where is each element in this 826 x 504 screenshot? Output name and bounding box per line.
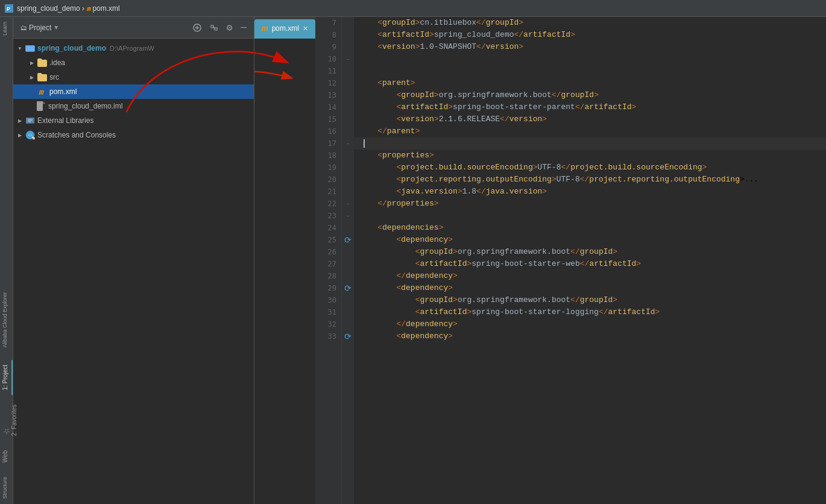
gutter-item: – xyxy=(342,210,354,222)
code-line[interactable]: <properties> xyxy=(354,150,826,162)
line-number: 19 xyxy=(315,162,341,174)
tree-item-idea[interactable]: ▶ .idea xyxy=(13,55,254,70)
code-line[interactable]: <project.reporting.outputEncoding>UTF-8<… xyxy=(354,174,826,186)
fold-marker[interactable]: – xyxy=(346,213,350,219)
tree-item-iml[interactable]: spring_cloud_demo.iml xyxy=(13,99,254,113)
code-line[interactable] xyxy=(354,53,826,65)
code-line[interactable]: <artifactId>spring-boot-starter-logging<… xyxy=(354,306,826,318)
line-number: 16 xyxy=(315,125,341,137)
gutter-item xyxy=(342,150,354,162)
code-line[interactable]: <dependencies> xyxy=(354,222,826,234)
tree-item-src[interactable]: ▶ src xyxy=(13,70,254,84)
minimize-btn[interactable]: — xyxy=(238,21,249,34)
commit-marker: ⟳ xyxy=(344,332,352,342)
code-line[interactable]: <artifactId>spring_cloud_demo</artifactI… xyxy=(354,29,826,41)
line-number: 9 xyxy=(315,41,341,53)
code-line[interactable]: </dependency> xyxy=(354,270,826,282)
gutter-item xyxy=(342,306,354,318)
idea-label: .idea xyxy=(49,58,65,67)
tab-pom[interactable]: m pom.xml ✕ xyxy=(254,19,315,37)
line-number: 14 xyxy=(315,101,341,113)
commit-marker: ⟳ xyxy=(344,235,352,245)
tree-arrow-scratches: ▶ xyxy=(16,131,24,139)
fold-marker[interactable]: – xyxy=(346,56,350,63)
project-dropdown-btn[interactable]: 🗂 Project ▼ xyxy=(18,22,61,33)
code-line[interactable]: <groupId>cn.itbluebox</groupId> xyxy=(354,17,826,29)
scroll-from-source-btn[interactable] xyxy=(207,22,221,33)
code-line[interactable]: <artifactId>spring-boot-starter-web</art… xyxy=(354,258,826,270)
code-line[interactable]: <java.version>1.8</java.version> xyxy=(354,186,826,198)
title-bar-text: spring_cloud_demo › m pom.xml xyxy=(17,4,120,13)
gutter-item xyxy=(342,186,354,198)
project-panel: 🗂 Project ▼ ⚙ — xyxy=(13,17,254,504)
folder-icon-src xyxy=(37,72,47,82)
line-number: 11 xyxy=(315,65,341,77)
code-line[interactable]: </dependency> xyxy=(354,318,826,330)
code-line[interactable]: </properties> xyxy=(354,198,826,210)
tab-close-btn[interactable]: ✕ xyxy=(303,25,308,33)
code-line[interactable]: <version>2.1.6.RELEASE</version> xyxy=(354,113,826,125)
line-number: 29 xyxy=(315,282,341,294)
code-line[interactable]: </parent> xyxy=(354,125,826,137)
file-icon-iml xyxy=(36,101,46,111)
gutter-item xyxy=(342,318,354,330)
sidebar-item-favorites[interactable]: ☆ 2: Favorites xyxy=(0,400,13,441)
svg-text:P: P xyxy=(7,6,10,12)
code-line[interactable] xyxy=(354,137,826,150)
root-label: spring_cloud_demo xyxy=(37,44,106,52)
gutter-item xyxy=(342,270,354,282)
code-line[interactable]: <version>1.0-SNAPSHOT</version> xyxy=(354,41,826,53)
tree-arrow-idea: ▶ xyxy=(28,58,36,67)
gutter-item xyxy=(342,17,354,29)
line-number: 10 xyxy=(315,53,341,65)
tree-item-root[interactable]: ▼ spring_cloud_demo D:\AProgramW xyxy=(13,41,254,55)
line-number: 25 xyxy=(315,234,341,246)
gutter-item: – xyxy=(342,137,354,150)
svg-rect-8 xyxy=(37,101,43,111)
add-btn[interactable] xyxy=(191,22,204,33)
sidebar-item-learn[interactable]: Learn xyxy=(0,17,13,40)
code-line[interactable] xyxy=(354,65,826,77)
tree-item-pom[interactable]: m pom.xml xyxy=(13,84,254,99)
gutter-item xyxy=(342,65,354,77)
line-number: 22 xyxy=(315,198,341,210)
line-number: 21 xyxy=(315,186,341,198)
code-line[interactable]: <artifactId>spring-boot-starter-parent</… xyxy=(354,101,826,113)
editor-area[interactable]: 7891011121314151617181920212223242526272… xyxy=(315,17,826,504)
settings-btn[interactable]: ⚙ xyxy=(224,20,235,35)
line-number: 12 xyxy=(315,77,341,89)
gutter-item xyxy=(342,162,354,174)
extlibs-icon xyxy=(25,116,35,125)
fold-marker[interactable]: – xyxy=(346,140,350,147)
sidebar-item-alibaba[interactable]: Alibaba Cloud Explorer xyxy=(0,40,13,360)
sidebar-item-structure[interactable]: Structure xyxy=(0,472,13,504)
gutter-item xyxy=(342,29,354,41)
fold-marker[interactable]: – xyxy=(346,201,350,207)
code-line[interactable]: <dependency> xyxy=(354,330,826,342)
code-line[interactable] xyxy=(354,210,826,222)
sidebar-item-web[interactable]: Web xyxy=(0,446,13,467)
code-line[interactable]: <project.build.sourceEncoding>UTF-8</pro… xyxy=(354,162,826,174)
code-content[interactable]: <groupId>cn.itbluebox</groupId> <artifac… xyxy=(354,17,826,504)
code-line[interactable]: <parent> xyxy=(354,77,826,89)
code-line[interactable]: <groupId>org.springframework.boot</group… xyxy=(354,89,826,101)
gutter-item xyxy=(342,125,354,137)
code-line[interactable]: <dependency> xyxy=(354,282,826,294)
line-number: 30 xyxy=(315,294,341,306)
pom-label: pom.xml xyxy=(49,87,77,96)
folder-icon-root xyxy=(25,43,35,53)
line-number: 26 xyxy=(315,246,341,258)
svg-rect-7 xyxy=(26,46,34,51)
line-number: 7 xyxy=(315,17,341,29)
code-line[interactable]: <dependency> xyxy=(354,234,826,246)
gutter-item: – xyxy=(342,198,354,210)
line-number: 23 xyxy=(315,210,341,222)
code-line[interactable]: <groupId>org.springframework.boot</group… xyxy=(354,294,826,306)
gutter-item: ⟳ xyxy=(342,234,354,246)
tree-item-extlibs[interactable]: ▶ External Libraries xyxy=(13,113,254,128)
code-line[interactable]: <groupId>org.springframework.boot</group… xyxy=(354,246,826,258)
tree-item-scratches[interactable]: ▶ Scratches and Consoles xyxy=(13,128,254,142)
svg-point-14 xyxy=(29,134,31,136)
sidebar-item-project[interactable]: 1: Project xyxy=(0,360,13,395)
scratches-label: Scratches and Consoles xyxy=(37,131,116,139)
